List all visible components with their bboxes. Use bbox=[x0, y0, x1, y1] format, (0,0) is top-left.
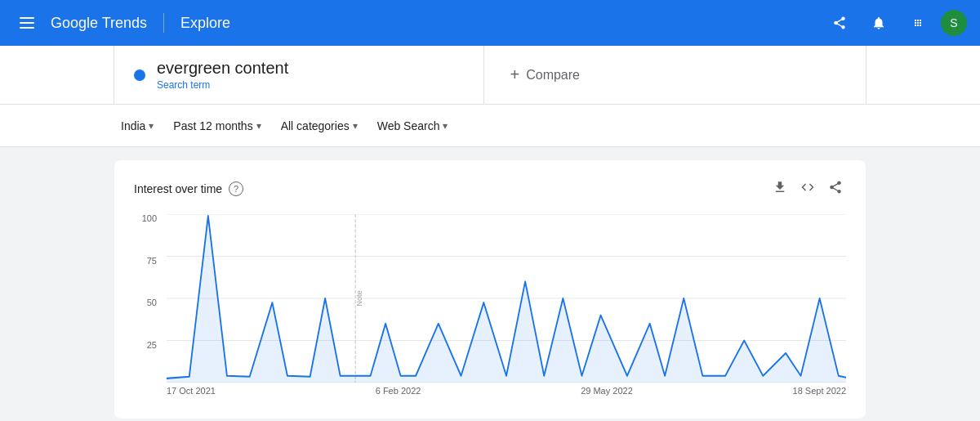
share-chart-icon[interactable] bbox=[825, 177, 846, 201]
download-icon[interactable] bbox=[769, 177, 791, 201]
menu-icon[interactable] bbox=[13, 7, 41, 39]
card-title-area: Interest over time ? bbox=[134, 181, 243, 196]
share-icon[interactable] bbox=[823, 7, 856, 39]
search-type-arrow-icon: ▾ bbox=[443, 120, 448, 132]
search-type-filter[interactable]: Web Search ▾ bbox=[371, 114, 455, 137]
embed-icon[interactable] bbox=[797, 177, 818, 201]
card-title: Interest over time bbox=[134, 182, 222, 195]
y-axis: 100 75 50 25 bbox=[134, 214, 163, 383]
region-label: India bbox=[121, 119, 145, 132]
compare-section[interactable]: + Compare bbox=[484, 46, 866, 104]
main-content: Interest over time ? bbox=[0, 147, 980, 421]
search-term-section[interactable]: evergreen content Search term bbox=[114, 46, 484, 104]
header: Google Trends Explore S bbox=[0, 0, 980, 46]
notification-icon[interactable] bbox=[862, 7, 895, 39]
x-label-may: 29 May 2022 bbox=[581, 386, 633, 402]
region-arrow-icon: ▾ bbox=[149, 120, 154, 132]
search-term-info: evergreen content Search term bbox=[157, 59, 288, 91]
search-term-name: evergreen content bbox=[157, 59, 288, 78]
search-area: evergreen content Search term + Compare bbox=[0, 46, 980, 105]
x-label-feb: 6 Feb 2022 bbox=[376, 386, 421, 402]
svg-rect-0 bbox=[20, 17, 34, 19]
compare-label: Compare bbox=[526, 68, 580, 83]
time-range-label: Past 12 months bbox=[173, 119, 252, 132]
y-label-50: 50 bbox=[147, 298, 157, 307]
logo-text: Google Trends bbox=[51, 15, 147, 32]
x-label-oct: 17 Oct 2021 bbox=[167, 386, 216, 402]
avatar[interactable]: S bbox=[941, 10, 967, 36]
search-term-dot bbox=[134, 69, 145, 81]
search-type-label: Web Search bbox=[377, 119, 440, 132]
x-axis-labels: 17 Oct 2021 6 Feb 2022 29 May 2022 18 Se… bbox=[167, 386, 846, 402]
time-range-filter[interactable]: Past 12 months ▾ bbox=[167, 114, 267, 137]
search-term-type: Search term bbox=[157, 79, 288, 91]
filter-bar: India ▾ Past 12 months ▾ All categories … bbox=[0, 105, 980, 147]
chart-inner: Note bbox=[167, 214, 846, 383]
categories-label: All categories bbox=[281, 119, 350, 132]
help-icon[interactable]: ? bbox=[229, 181, 243, 196]
search-left-pad bbox=[0, 46, 114, 104]
svg-text:Note: Note bbox=[355, 290, 363, 307]
time-arrow-icon: ▾ bbox=[256, 120, 261, 132]
svg-rect-1 bbox=[20, 22, 34, 24]
interest-over-time-card: Interest over time ? bbox=[114, 160, 866, 419]
explore-label: Explore bbox=[180, 15, 230, 32]
region-filter[interactable]: India ▾ bbox=[114, 114, 160, 137]
search-right-pad bbox=[866, 46, 980, 104]
svg-rect-2 bbox=[20, 27, 34, 29]
svg-marker-10 bbox=[167, 216, 846, 383]
header-icons: S bbox=[823, 7, 967, 39]
y-label-25: 25 bbox=[147, 341, 157, 350]
y-label-75: 75 bbox=[147, 257, 157, 266]
header-divider bbox=[163, 13, 164, 33]
logo: Google Trends bbox=[51, 15, 147, 32]
categories-arrow-icon: ▾ bbox=[353, 120, 358, 132]
card-header: Interest over time ? bbox=[134, 177, 846, 201]
chart-area: 100 75 50 25 Note bbox=[134, 214, 846, 402]
y-label-100: 100 bbox=[142, 214, 157, 223]
categories-filter[interactable]: All categories ▾ bbox=[274, 114, 364, 137]
apps-icon[interactable] bbox=[902, 7, 934, 39]
card-actions bbox=[769, 177, 846, 201]
compare-plus-icon: + bbox=[510, 65, 520, 84]
x-label-sep: 18 Sept 2022 bbox=[793, 386, 846, 402]
